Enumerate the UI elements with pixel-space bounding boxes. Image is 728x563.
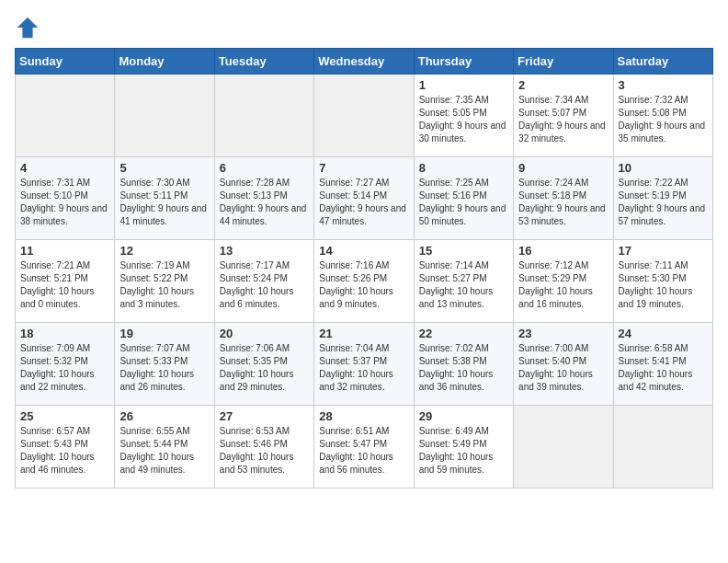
day-number: 17 — [619, 244, 708, 258]
calendar-cell: 3Sunrise: 7:32 AM Sunset: 5:08 PM Daylig… — [613, 75, 712, 157]
calendar-cell: 22Sunrise: 7:02 AM Sunset: 5:38 PM Dayli… — [414, 323, 513, 406]
day-number: 7 — [319, 161, 408, 175]
calendar-cell: 15Sunrise: 7:14 AM Sunset: 5:27 PM Dayli… — [414, 240, 513, 323]
day-info: Sunrise: 7:25 AM Sunset: 5:16 PM Dayligh… — [419, 177, 508, 228]
day-info: Sunrise: 7:35 AM Sunset: 5:05 PM Dayligh… — [419, 94, 508, 145]
day-number: 2 — [518, 78, 608, 92]
day-info: Sunrise: 7:21 AM Sunset: 5:21 PM Dayligh… — [20, 259, 109, 311]
day-number: 22 — [419, 327, 508, 340]
calendar-cell — [214, 75, 313, 157]
calendar-week-row: 11Sunrise: 7:21 AM Sunset: 5:21 PM Dayli… — [16, 240, 713, 323]
calendar-week-row: 1Sunrise: 7:35 AM Sunset: 5:05 PM Daylig… — [16, 75, 713, 157]
day-info: Sunrise: 7:09 AM Sunset: 5:32 PM Dayligh… — [20, 342, 109, 394]
logo-icon — [15, 15, 40, 40]
calendar-cell: 7Sunrise: 7:27 AM Sunset: 5:14 PM Daylig… — [314, 157, 414, 240]
day-number: 14 — [319, 244, 408, 258]
day-info: Sunrise: 7:32 AM Sunset: 5:08 PM Dayligh… — [619, 94, 708, 145]
day-number: 11 — [20, 244, 109, 258]
calendar-cell: 26Sunrise: 6:55 AM Sunset: 5:44 PM Dayli… — [115, 406, 214, 488]
calendar-cell: 10Sunrise: 7:22 AM Sunset: 5:19 PM Dayli… — [613, 157, 712, 240]
day-number: 16 — [518, 244, 608, 258]
calendar-cell: 19Sunrise: 7:07 AM Sunset: 5:33 PM Dayli… — [115, 323, 214, 406]
day-number: 26 — [119, 409, 209, 423]
day-info: Sunrise: 7:04 AM Sunset: 5:37 PM Dayligh… — [319, 342, 408, 394]
calendar-cell — [514, 406, 613, 488]
day-number: 6 — [220, 161, 309, 175]
day-number: 13 — [220, 244, 309, 258]
calendar-cell: 23Sunrise: 7:00 AM Sunset: 5:40 PM Dayli… — [514, 323, 613, 406]
day-info: Sunrise: 7:31 AM Sunset: 5:10 PM Dayligh… — [20, 177, 109, 228]
calendar-cell: 12Sunrise: 7:19 AM Sunset: 5:22 PM Dayli… — [115, 240, 214, 323]
calendar-cell: 27Sunrise: 6:53 AM Sunset: 5:46 PM Dayli… — [214, 406, 313, 488]
day-info: Sunrise: 7:06 AM Sunset: 5:35 PM Dayligh… — [220, 342, 309, 394]
weekday-header: Monday — [115, 49, 214, 75]
calendar-cell: 16Sunrise: 7:12 AM Sunset: 5:29 PM Dayli… — [514, 240, 613, 323]
calendar-cell — [16, 75, 115, 157]
calendar-cell: 25Sunrise: 6:57 AM Sunset: 5:43 PM Dayli… — [16, 406, 115, 488]
calendar-cell — [613, 406, 712, 488]
day-info: Sunrise: 7:19 AM Sunset: 5:22 PM Dayligh… — [119, 259, 209, 311]
day-info: Sunrise: 7:34 AM Sunset: 5:07 PM Dayligh… — [518, 94, 608, 145]
calendar-cell: 29Sunrise: 6:49 AM Sunset: 5:49 PM Dayli… — [414, 406, 513, 488]
day-info: Sunrise: 7:24 AM Sunset: 5:18 PM Dayligh… — [518, 177, 608, 228]
calendar-cell: 9Sunrise: 7:24 AM Sunset: 5:18 PM Daylig… — [514, 157, 613, 240]
day-number: 15 — [419, 244, 508, 258]
calendar-cell — [314, 75, 414, 157]
calendar-cell: 21Sunrise: 7:04 AM Sunset: 5:37 PM Dayli… — [314, 323, 414, 406]
logo — [15, 15, 44, 40]
day-info: Sunrise: 7:12 AM Sunset: 5:29 PM Dayligh… — [518, 259, 608, 311]
day-number: 27 — [220, 409, 309, 423]
day-info: Sunrise: 6:58 AM Sunset: 5:41 PM Dayligh… — [619, 342, 708, 394]
calendar-table: SundayMondayTuesdayWednesdayThursdayFrid… — [15, 48, 713, 488]
weekday-header: Sunday — [16, 49, 115, 75]
day-number: 19 — [119, 327, 209, 340]
day-info: Sunrise: 7:16 AM Sunset: 5:26 PM Dayligh… — [319, 259, 408, 311]
day-number: 25 — [20, 409, 109, 423]
day-info: Sunrise: 7:30 AM Sunset: 5:11 PM Dayligh… — [119, 177, 209, 228]
day-number: 9 — [518, 161, 608, 175]
calendar-cell: 1Sunrise: 7:35 AM Sunset: 5:05 PM Daylig… — [414, 75, 513, 157]
calendar-week-row: 4Sunrise: 7:31 AM Sunset: 5:10 PM Daylig… — [16, 157, 713, 240]
day-info: Sunrise: 6:57 AM Sunset: 5:43 PM Dayligh… — [20, 425, 109, 477]
day-number: 1 — [419, 78, 508, 92]
day-info: Sunrise: 7:27 AM Sunset: 5:14 PM Dayligh… — [319, 177, 408, 228]
weekday-header: Tuesday — [214, 49, 313, 75]
day-info: Sunrise: 7:02 AM Sunset: 5:38 PM Dayligh… — [419, 342, 508, 394]
calendar-cell: 18Sunrise: 7:09 AM Sunset: 5:32 PM Dayli… — [16, 323, 115, 406]
day-number: 12 — [119, 244, 209, 258]
day-info: Sunrise: 7:11 AM Sunset: 5:30 PM Dayligh… — [619, 259, 708, 311]
calendar-cell: 13Sunrise: 7:17 AM Sunset: 5:24 PM Dayli… — [214, 240, 313, 323]
day-number: 28 — [319, 409, 408, 423]
day-number: 20 — [220, 327, 309, 340]
day-info: Sunrise: 6:51 AM Sunset: 5:47 PM Dayligh… — [319, 425, 408, 477]
calendar-cell — [115, 75, 214, 157]
page-header — [15, 15, 713, 40]
weekday-header-row: SundayMondayTuesdayWednesdayThursdayFrid… — [16, 49, 713, 75]
weekday-header: Wednesday — [314, 49, 414, 75]
calendar-cell: 17Sunrise: 7:11 AM Sunset: 5:30 PM Dayli… — [613, 240, 712, 323]
calendar-cell: 11Sunrise: 7:21 AM Sunset: 5:21 PM Dayli… — [16, 240, 115, 323]
day-number: 18 — [20, 327, 109, 340]
calendar-cell: 2Sunrise: 7:34 AM Sunset: 5:07 PM Daylig… — [514, 75, 613, 157]
day-info: Sunrise: 7:14 AM Sunset: 5:27 PM Dayligh… — [419, 259, 508, 311]
weekday-header: Friday — [514, 49, 613, 75]
day-info: Sunrise: 7:28 AM Sunset: 5:13 PM Dayligh… — [220, 177, 309, 228]
day-info: Sunrise: 6:49 AM Sunset: 5:49 PM Dayligh… — [419, 425, 508, 477]
calendar-cell: 8Sunrise: 7:25 AM Sunset: 5:16 PM Daylig… — [414, 157, 513, 240]
day-info: Sunrise: 7:22 AM Sunset: 5:19 PM Dayligh… — [619, 177, 708, 228]
calendar-cell: 20Sunrise: 7:06 AM Sunset: 5:35 PM Dayli… — [214, 323, 313, 406]
day-info: Sunrise: 6:55 AM Sunset: 5:44 PM Dayligh… — [119, 425, 209, 477]
day-number: 24 — [619, 327, 708, 340]
day-info: Sunrise: 7:00 AM Sunset: 5:40 PM Dayligh… — [518, 342, 608, 394]
day-info: Sunrise: 7:07 AM Sunset: 5:33 PM Dayligh… — [119, 342, 209, 394]
svg-marker-0 — [17, 17, 38, 38]
calendar-cell: 14Sunrise: 7:16 AM Sunset: 5:26 PM Dayli… — [314, 240, 414, 323]
day-number: 4 — [20, 161, 109, 175]
day-number: 21 — [319, 327, 408, 340]
calendar-cell: 24Sunrise: 6:58 AM Sunset: 5:41 PM Dayli… — [613, 323, 712, 406]
day-info: Sunrise: 7:17 AM Sunset: 5:24 PM Dayligh… — [220, 259, 309, 311]
day-number: 8 — [419, 161, 508, 175]
day-number: 10 — [619, 161, 708, 175]
calendar-cell: 6Sunrise: 7:28 AM Sunset: 5:13 PM Daylig… — [214, 157, 313, 240]
calendar-cell: 5Sunrise: 7:30 AM Sunset: 5:11 PM Daylig… — [115, 157, 214, 240]
